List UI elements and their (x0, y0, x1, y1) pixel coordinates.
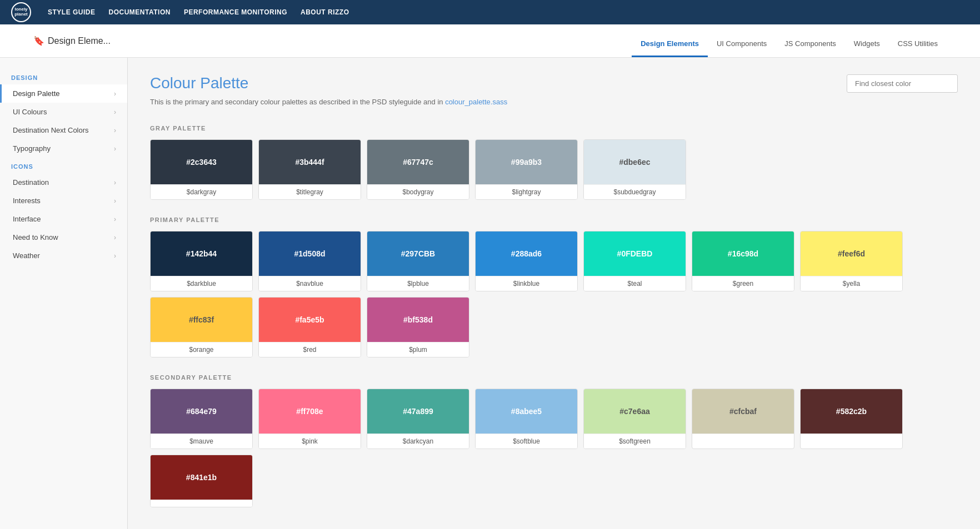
chevron-right-icon: › (114, 215, 116, 223)
color-name: $pink (259, 434, 361, 449)
nav-performance-monitoring[interactable]: PERFORMANCE MONITORING (184, 8, 287, 16)
color-swatch: #297CBB (367, 231, 469, 276)
color-swatch: #0FDEBD (584, 231, 686, 276)
sidebar-item-typography[interactable]: Typography › (0, 139, 127, 158)
color-swatch: #feef6d (801, 231, 902, 276)
logo[interactable]: lonelyplanet (11, 2, 31, 22)
color-card[interactable]: #c7e6aa $softgreen (583, 389, 686, 449)
tab-design-elements[interactable]: Design Elements (632, 39, 708, 57)
sidebar-item-label: Interface (13, 215, 41, 223)
sidebar-item-destination[interactable]: Destination › (0, 173, 127, 192)
sidebar-item-destination-next-colors[interactable]: Destination Next Colors › (0, 121, 127, 139)
color-swatch: #16c98d (692, 231, 794, 276)
sidebar-item-ui-colours[interactable]: UI Colours › (0, 103, 127, 121)
color-card[interactable]: #99a9b3 $lightgray (475, 139, 578, 200)
color-swatch: #1d508d (259, 231, 361, 276)
sidebar-item-interface[interactable]: Interface › (0, 210, 127, 228)
color-card[interactable]: #fa5e5b $red (258, 297, 361, 357)
chevron-right-icon: › (114, 108, 116, 116)
color-name: $teal (584, 276, 686, 291)
content-header: Colour Palette This is the primary and s… (150, 74, 958, 119)
tab-widgets[interactable]: Widgets (845, 39, 889, 57)
color-name: $navblue (259, 276, 361, 291)
gray-palette-grid: #2c3643 $darkgray #3b444f $titlegray #67… (150, 139, 958, 200)
header-left: Colour Palette This is the primary and s… (150, 74, 507, 119)
sidebar-item-interests[interactable]: Interests › (0, 192, 127, 210)
color-card[interactable]: #dbe6ec $subduedgray (583, 139, 686, 200)
color-swatch: #ff708e (259, 389, 361, 434)
top-nav-links: STYLE GUIDE DOCUMENTATION PERFORMANCE MO… (48, 8, 349, 16)
sidebar-item-design-palette[interactable]: Design Palette › (0, 84, 127, 103)
color-swatch: #3b444f (259, 140, 361, 184)
color-card[interactable]: #841e1b (150, 455, 253, 507)
color-card[interactable]: #3b444f $titlegray (258, 139, 361, 200)
color-card[interactable]: #142b44 $darkblue (150, 231, 253, 291)
color-card[interactable]: #bf538d $plum (367, 297, 469, 357)
color-card[interactable]: #0FDEBD $teal (583, 231, 686, 291)
tab-js-components[interactable]: JS Components (776, 39, 845, 57)
sidebar-item-weather[interactable]: Weather › (0, 246, 127, 265)
color-card[interactable]: #feef6d $yella (800, 231, 903, 291)
color-swatch: #841e1b (151, 455, 252, 500)
top-navigation: lonelyplanet STYLE GUIDE DOCUMENTATION P… (0, 0, 980, 24)
color-card[interactable]: #ff708e $pink (258, 389, 361, 449)
find-color-input[interactable] (847, 74, 958, 93)
color-swatch: #67747c (367, 140, 469, 184)
sass-link[interactable]: colour_palette.sass (445, 98, 507, 106)
color-name: $bodygray (367, 184, 469, 199)
color-name: $softblue (476, 434, 577, 449)
color-swatch: #684e79 (151, 389, 252, 434)
sidebar-item-label: Destination Next Colors (13, 126, 89, 134)
color-name: $lightgray (476, 184, 577, 199)
sidebar-item-label: UI Colours (13, 108, 47, 116)
color-swatch: #8abee5 (476, 389, 577, 434)
color-name: $orange (151, 342, 252, 357)
color-name: $softgreen (584, 434, 686, 449)
color-card[interactable]: #288ad6 $linkblue (475, 231, 578, 291)
logo-icon: lonelyplanet (11, 2, 31, 22)
nav-documentation[interactable]: DOCUMENTATION (109, 8, 171, 16)
secondary-palette-grid: #684e79 $mauve #ff708e $pink #47a899 $da… (150, 389, 958, 507)
color-card[interactable]: #47a899 $darkcyan (367, 389, 469, 449)
gray-palette-header: GRAY PALETTE (150, 125, 958, 132)
secondary-palette-header: SECONDARY PALETTE (150, 374, 958, 381)
color-swatch: #142b44 (151, 231, 252, 276)
color-card[interactable]: #684e79 $mauve (150, 389, 253, 449)
color-name: $plum (367, 342, 469, 357)
color-swatch: #582c2b (801, 389, 902, 434)
chevron-right-icon: › (114, 145, 116, 153)
color-name (151, 500, 252, 507)
color-swatch: #288ad6 (476, 231, 577, 276)
chevron-right-icon: › (114, 179, 116, 187)
color-name: $darkblue (151, 276, 252, 291)
tab-css-utilities[interactable]: CSS Utilities (889, 39, 947, 57)
nav-about-rizzo[interactable]: ABOUT RIZZO (301, 8, 349, 16)
sidebar-section-design: DESIGN (0, 69, 127, 84)
color-card[interactable]: #ffc83f $orange (150, 297, 253, 357)
color-card[interactable]: #582c2b (800, 389, 903, 449)
color-card[interactable]: #67747c $bodygray (367, 139, 469, 200)
sidebar-item-label: Destination (13, 178, 49, 187)
color-card[interactable]: #8abee5 $softblue (475, 389, 578, 449)
color-name: $darkgray (151, 184, 252, 199)
color-swatch: #2c3643 (151, 140, 252, 184)
color-card[interactable]: #1d508d $navblue (258, 231, 361, 291)
primary-palette-header: PRIMARY PALETTE (150, 216, 958, 223)
sidebar-item-need-to-know[interactable]: Need to Know › (0, 228, 127, 246)
tab-ui-components[interactable]: UI Components (708, 39, 776, 57)
chevron-right-icon: › (114, 234, 116, 241)
color-name (692, 434, 794, 441)
color-card[interactable]: #297CBB $lpblue (367, 231, 469, 291)
nav-style-guide[interactable]: STYLE GUIDE (48, 8, 96, 16)
sidebar-item-label: Typography (13, 144, 51, 153)
sidebar: DESIGN Design Palette › UI Colours › Des… (0, 58, 128, 529)
color-swatch: #99a9b3 (476, 140, 577, 184)
page-title: Colour Palette (150, 74, 507, 92)
color-name: $yella (801, 276, 902, 291)
color-card[interactable]: #cfcbaf (692, 389, 794, 449)
color-card[interactable]: #16c98d $green (692, 231, 794, 291)
color-swatch: #fa5e5b (259, 298, 361, 342)
color-card[interactable]: #2c3643 $darkgray (150, 139, 253, 200)
color-name: $titlegray (259, 184, 361, 199)
sidebar-section-icons: ICONS (0, 158, 127, 173)
